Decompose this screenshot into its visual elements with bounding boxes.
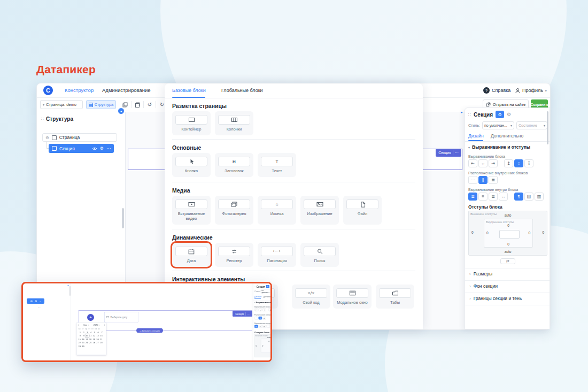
inner-align-4[interactable]: ↔	[499, 193, 508, 201]
scrollbar-thumb[interactable]	[122, 208, 124, 228]
tab-advanced[interactable]: Дополнительно	[491, 133, 523, 139]
margin-bottom-value[interactable]: auto	[469, 250, 547, 253]
inspector-tabs: Дизайн Дополнительно	[465, 132, 550, 142]
inner-align-3[interactable]: ≣	[489, 193, 498, 201]
block-card-icon[interactable]: ☆ Иконка	[258, 196, 296, 225]
inner-align-7[interactable]: ▥	[535, 193, 544, 201]
block-card-pagination[interactable]: ‹⋯› Пагинация	[258, 243, 296, 267]
block-card-search[interactable]: Поиск	[300, 243, 339, 267]
more-icon: ⋯	[38, 305, 42, 309]
margin-center-input[interactable]	[499, 230, 520, 239]
repeat-icon	[218, 247, 250, 256]
gear-button[interactable]: ⚙	[496, 111, 504, 118]
collapse-left-icon: ◂	[120, 109, 122, 113]
align-section-header[interactable]: ▾ Выравнивание и отступы	[468, 144, 530, 150]
inner-align-2[interactable]: ≡	[478, 193, 488, 201]
collapsed-section-background[interactable]: › Фон секции	[469, 283, 498, 289]
padding-right-value[interactable]: 0	[528, 231, 530, 235]
inner-align-buttons: ≣ ≡ ≣ ↔ ¶ ▤ ▥	[468, 193, 544, 201]
block-card-date[interactable]: Дата	[172, 243, 211, 267]
margin-left-value[interactable]: 0	[471, 230, 474, 234]
eye-icon[interactable]	[92, 147, 97, 150]
undo-button[interactable]: ↺	[144, 100, 156, 109]
block-card-button[interactable]: Кнопка	[172, 153, 211, 177]
align-right-button[interactable]: ⇥	[489, 159, 498, 167]
calendar-popup: ‹ Сен▾ 2025▾ › пн вт ср чт пт сб вс 1 2 …	[76, 322, 106, 355]
block-card-file[interactable]: Файл	[343, 196, 382, 225]
collapse-left-panel-button[interactable]: ◂	[118, 108, 124, 114]
align-bottom-button[interactable]: ↧	[524, 159, 533, 167]
settings-icon[interactable]: ⚙	[507, 112, 511, 117]
inner-layout-label: Расположение внутренних блоков	[468, 171, 528, 175]
mini-structure-pill: ⚙ →	[27, 298, 44, 304]
block-card-modal-window[interactable]: Модальное окно	[333, 285, 372, 309]
block-card-container[interactable]: Контейнер	[172, 111, 211, 135]
scrollbar-thumb[interactable]	[547, 111, 548, 144]
card-row-basic: Кнопка H Заголовок T Текст	[172, 153, 296, 177]
block-card-heading[interactable]: H Заголовок	[215, 153, 253, 177]
chevron-down-icon: ▾	[468, 145, 470, 149]
page-select[interactable]: ▾ Страница: demo	[40, 100, 83, 109]
padding-top-value[interactable]: 0	[484, 224, 532, 227]
drag-handle-icon: ∷	[41, 117, 44, 121]
inner-align-1[interactable]: ≣	[468, 193, 477, 201]
align-vcenter-button[interactable]: ↕	[514, 159, 523, 167]
collapse-inspector-button[interactable]: ▸	[461, 110, 463, 114]
gear-icon[interactable]: ⚙	[100, 146, 104, 151]
link-margins-button[interactable]: ⇄	[500, 258, 515, 264]
padding-left-value[interactable]: 0	[486, 231, 489, 235]
more-icon: ⋯	[455, 151, 459, 155]
pagination-icon: ‹⋯›	[261, 247, 293, 256]
chevron-down-icon: ▾	[544, 124, 545, 127]
block-card-custom-code[interactable]: </> Свой код	[292, 285, 330, 309]
align-hcenter-button[interactable]: ↔	[478, 159, 488, 167]
layout-horizontal-button[interactable]: ⋯	[468, 176, 477, 184]
more-icon[interactable]: ⋯	[106, 146, 111, 151]
chevron-right-icon: ›	[469, 296, 471, 301]
datepicker-input: Выберите дату	[104, 312, 138, 322]
align-left-button[interactable]: ⇤	[468, 159, 477, 167]
state-select[interactable]: Состояние▾	[516, 121, 547, 129]
layout-grid-button[interactable]: ≣	[489, 176, 498, 184]
margin-right-value[interactable]: 0	[542, 230, 544, 234]
inner-align-label: Выравнивание внутри блока	[468, 188, 518, 191]
margin-top-value[interactable]: auto	[469, 213, 547, 217]
block-card-image[interactable]: Изображение	[300, 196, 339, 225]
block-card-tabs[interactable]: Табы	[376, 285, 414, 309]
style-select[interactable]: по умолчан...▾	[482, 121, 514, 129]
tab-global-blocks[interactable]: Глобальные блоки	[221, 83, 263, 98]
search-icon	[304, 247, 336, 256]
collapsed-section-borders[interactable]: › Границы секции и тень	[469, 296, 522, 301]
profile-menu[interactable]: Профиль ▾	[515, 83, 547, 97]
structure-toggle-button[interactable]: Структура	[86, 100, 116, 109]
help-button[interactable]: ? Справка	[483, 83, 510, 97]
inner-align-5[interactable]: ¶	[514, 193, 523, 201]
collapse-right-icon: ▸	[461, 110, 463, 114]
align-top-button[interactable]: ↥	[504, 159, 513, 167]
tree-item-page[interactable]: ⊖ Страница	[42, 133, 117, 142]
section-badge[interactable]: Секция ⋯	[436, 149, 461, 157]
collapsed-section-sizes[interactable]: › Размеры	[469, 271, 492, 276]
padding-bottom-value[interactable]: 0	[484, 242, 532, 246]
block-card-repeater[interactable]: Репитер	[215, 243, 253, 267]
tree-item-section[interactable]: Секция ⚙ ⋯	[49, 144, 114, 153]
block-card-text[interactable]: T Текст	[258, 153, 296, 177]
tab-design[interactable]: Дизайн	[468, 133, 484, 139]
chevron-down-icon: ▾	[545, 89, 547, 93]
layout-vertical-button[interactable]: ∥	[478, 176, 488, 184]
modal-tabs: Базовые блоки Глобальные блоки	[165, 83, 423, 98]
gallery-icon	[218, 199, 250, 209]
mini-inspector-panel: ∷ Секция ⚙ Стиль: по умолчан... Дизайн Д…	[253, 283, 272, 360]
chevron-right-icon: ›	[469, 272, 471, 276]
block-card-columns[interactable]: Колонки	[215, 111, 253, 135]
collapse-icon: ⊖	[45, 135, 49, 140]
block-card-gallery[interactable]: Фотогалерея	[215, 196, 253, 225]
tab-basic-blocks[interactable]: Базовые блоки	[172, 83, 206, 98]
inner-align-6[interactable]: ▤	[524, 193, 533, 201]
redo-icon: ↻	[160, 102, 164, 107]
calendar-selected-day-outline	[85, 334, 89, 338]
tab-administration[interactable]: Администрирование	[102, 83, 151, 97]
paste-button[interactable]	[131, 100, 143, 109]
tab-constructor[interactable]: Конструктор	[65, 83, 94, 97]
block-card-video[interactable]: Встраиваемое видео	[172, 196, 211, 225]
